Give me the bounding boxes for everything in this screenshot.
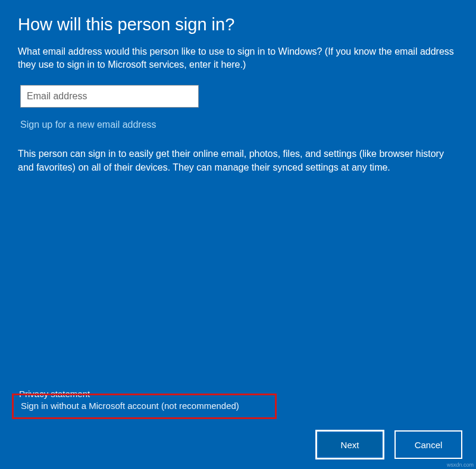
info-text: This person can sign in to easily get th… — [18, 147, 458, 174]
description-text: What email address would this person lik… — [18, 45, 458, 72]
watermark: wsxdn.com — [447, 462, 474, 468]
page-title: How will this person sign in? — [18, 15, 458, 34]
next-button[interactable]: Next — [319, 433, 381, 456]
signup-link[interactable]: Sign up for a new email address — [20, 119, 156, 130]
cancel-button[interactable]: Cancel — [397, 433, 459, 456]
button-row: Next Cancel — [319, 433, 459, 456]
no-ms-account-highlight: Sign in without a Microsoft account (not… — [12, 394, 277, 419]
email-input[interactable] — [20, 85, 199, 108]
sign-in-without-ms-account-link[interactable]: Sign in without a Microsoft account (not… — [21, 401, 239, 411]
